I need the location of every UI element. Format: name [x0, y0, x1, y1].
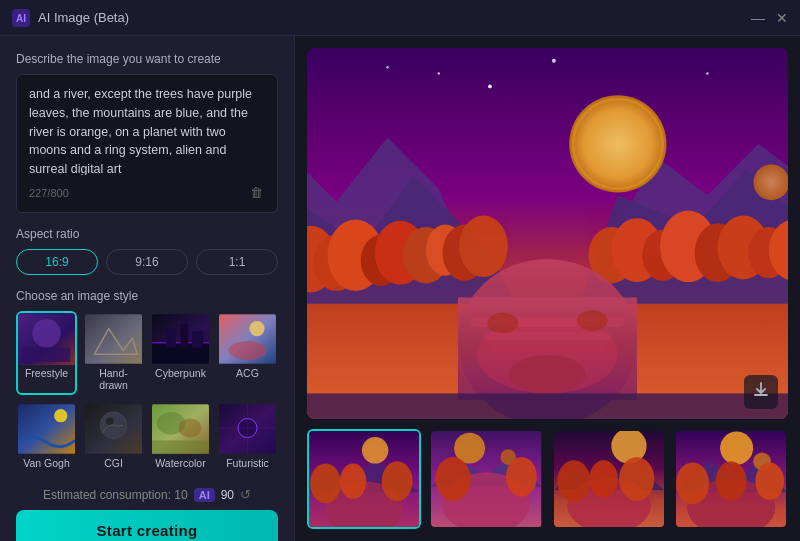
- prompt-label: Describe the image you want to create: [16, 52, 278, 66]
- svg-rect-11: [181, 324, 189, 348]
- style-acg[interactable]: ACG: [217, 311, 278, 395]
- aspect-btn-916[interactable]: 9:16: [106, 249, 188, 275]
- style-freestyle-label: Freestyle: [18, 365, 75, 381]
- main-layout: Describe the image you want to create an…: [0, 36, 800, 541]
- clear-button[interactable]: 🗑: [248, 183, 265, 202]
- aspect-ratio-section: Aspect ratio 16:9 9:16 1:1: [16, 227, 278, 275]
- style-cgi[interactable]: CGI: [83, 401, 144, 473]
- aspect-btn-11[interactable]: 1:1: [196, 249, 278, 275]
- svg-point-95: [557, 460, 590, 502]
- thumbnail-2[interactable]: [429, 429, 543, 529]
- style-vangogh-label: Van Gogh: [18, 455, 75, 471]
- svg-point-80: [362, 437, 388, 463]
- svg-point-3: [32, 319, 61, 348]
- bottom-bar: Estimated consumption: 10 AI 90 ↺ Start …: [16, 487, 278, 541]
- ai-badge: AI: [194, 488, 215, 502]
- estimated-row: Estimated consumption: 10 AI 90 ↺: [16, 487, 278, 502]
- window-title: AI Image (Beta): [38, 10, 129, 25]
- download-button[interactable]: [744, 375, 778, 409]
- svg-point-89: [436, 457, 471, 501]
- aspect-ratio-label: Aspect ratio: [16, 227, 278, 241]
- credit-count: 90: [221, 488, 234, 502]
- char-count: 227/800: [29, 187, 69, 199]
- style-acg-label: ACG: [219, 365, 276, 381]
- style-section: Choose an image style: [16, 289, 278, 473]
- svg-point-45: [459, 216, 508, 277]
- textarea-footer: 227/800 🗑: [29, 183, 265, 202]
- svg-point-96: [619, 457, 654, 501]
- svg-point-65: [569, 95, 666, 192]
- minimize-button[interactable]: —: [752, 12, 764, 24]
- style-handdrawn[interactable]: Hand-drawn: [83, 311, 144, 395]
- svg-point-20: [106, 418, 114, 426]
- style-grid: Freestyle Hand-d: [16, 311, 278, 473]
- thumbnail-strip: [307, 429, 788, 529]
- style-freestyle[interactable]: Freestyle: [16, 311, 77, 395]
- svg-rect-76: [307, 393, 788, 419]
- svg-point-14: [249, 321, 264, 336]
- thumb-4-image: [676, 431, 786, 527]
- svg-point-71: [706, 72, 709, 75]
- svg-point-104: [755, 462, 784, 499]
- svg-point-70: [488, 84, 492, 88]
- style-cgi-label: CGI: [85, 455, 142, 471]
- handdrawn-thumb: [85, 313, 142, 365]
- title-bar-left: AI AI Image (Beta): [12, 9, 129, 27]
- watercolor-thumb: [152, 403, 209, 455]
- vangogh-thumb: [18, 403, 75, 455]
- svg-point-81: [310, 464, 341, 504]
- start-creating-button[interactable]: Start creating: [16, 510, 278, 541]
- thumb-2-image: [431, 431, 541, 527]
- svg-point-62: [509, 355, 586, 393]
- aspect-ratio-row: 16:9 9:16 1:1: [16, 249, 278, 275]
- svg-point-90: [506, 457, 537, 497]
- svg-point-82: [382, 461, 413, 501]
- prompt-textarea[interactable]: and a river, except the trees have purpl…: [29, 85, 265, 175]
- thumb-1-image: [309, 431, 419, 527]
- svg-rect-4: [23, 348, 71, 362]
- prompt-section: Describe the image you want to create an…: [16, 52, 278, 213]
- svg-point-17: [54, 409, 67, 422]
- style-futuristic[interactable]: Futuristic: [217, 401, 278, 473]
- svg-point-64: [577, 310, 608, 330]
- freestyle-thumb: [18, 313, 75, 365]
- svg-point-74: [437, 72, 440, 75]
- style-watercolor[interactable]: Watercolor: [150, 401, 211, 473]
- svg-rect-10: [166, 329, 176, 348]
- close-button[interactable]: ✕: [776, 12, 788, 24]
- svg-rect-12: [192, 331, 203, 347]
- textarea-container: and a river, except the trees have purpl…: [16, 74, 278, 213]
- thumbnail-1[interactable]: [307, 429, 421, 529]
- svg-point-63: [487, 313, 518, 333]
- svg-point-75: [552, 59, 556, 63]
- svg-text:AI: AI: [16, 13, 26, 24]
- estimated-label: Estimated consumption: 10: [43, 488, 188, 502]
- svg-point-23: [179, 419, 202, 438]
- svg-point-15: [229, 341, 267, 360]
- right-panel: [295, 36, 800, 541]
- svg-point-67: [753, 164, 788, 200]
- style-label: Choose an image style: [16, 289, 278, 303]
- acg-thumb: [219, 313, 276, 365]
- style-cyberpunk[interactable]: Cyberpunk: [150, 311, 211, 395]
- title-bar-controls: — ✕: [752, 12, 788, 24]
- svg-point-105: [715, 461, 746, 501]
- cgi-thumb: [85, 403, 142, 455]
- left-panel: Describe the image you want to create an…: [0, 36, 295, 541]
- thumb-3-image: [554, 431, 664, 527]
- style-cyberpunk-label: Cyberpunk: [152, 365, 209, 381]
- thumbnail-4[interactable]: [674, 429, 788, 529]
- title-bar: AI AI Image (Beta) — ✕: [0, 0, 800, 36]
- svg-point-97: [589, 460, 618, 497]
- style-futuristic-label: Futuristic: [219, 455, 276, 471]
- svg-point-69: [386, 66, 389, 69]
- main-image: [307, 48, 788, 419]
- main-image-container: [307, 48, 788, 419]
- thumbnail-3[interactable]: [552, 429, 666, 529]
- refresh-icon[interactable]: ↺: [240, 487, 251, 502]
- futuristic-thumb: [219, 403, 276, 455]
- style-vangogh[interactable]: Van Gogh: [16, 401, 77, 473]
- aspect-btn-169[interactable]: 16:9: [16, 249, 98, 275]
- cyberpunk-thumb: [152, 313, 209, 365]
- svg-point-103: [676, 462, 709, 504]
